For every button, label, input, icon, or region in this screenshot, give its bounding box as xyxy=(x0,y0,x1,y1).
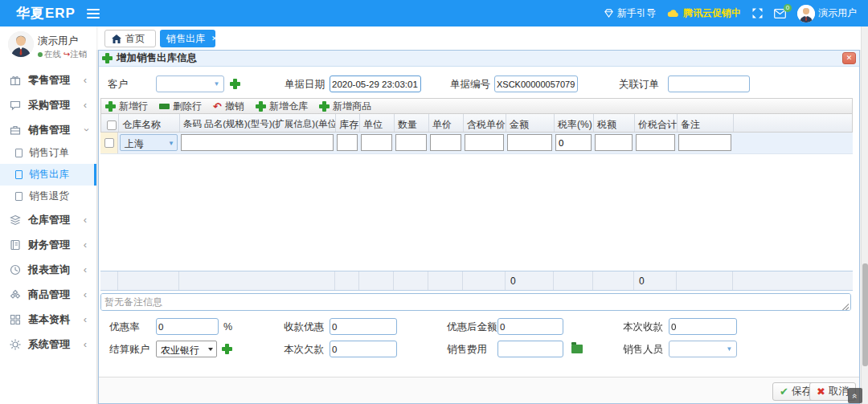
add-icon xyxy=(102,53,113,63)
col-tax-price[interactable]: 含税单价 xyxy=(464,114,506,132)
gear-icon xyxy=(10,339,21,350)
scrollbar[interactable] xyxy=(861,27,868,404)
grid-totals-row: 0 0 xyxy=(100,271,853,291)
select-all-checkbox[interactable] xyxy=(107,120,117,130)
total-input[interactable] xyxy=(636,134,675,151)
mail-button[interactable]: 0 xyxy=(774,9,786,18)
add-row-button[interactable]: 新增行 xyxy=(105,100,148,113)
sidebar-item-basic-data[interactable]: 基本资料‹ xyxy=(0,307,96,332)
chevron-down-icon: ▼ xyxy=(168,140,174,147)
sidebar-item-sales-outbound[interactable]: 销售出库 xyxy=(0,164,96,186)
bill-date-label: 单据日期 xyxy=(285,76,325,92)
fullscreen-icon[interactable] xyxy=(752,8,763,18)
tax-price-input[interactable] xyxy=(465,134,504,151)
undo-button[interactable]: ↶撤销 xyxy=(213,100,244,113)
user-menu[interactable]: 演示用户 xyxy=(797,5,857,22)
sidebar-item-retail[interactable]: 零售管理‹ xyxy=(0,67,96,92)
col-warehouse[interactable]: 仓库名称 xyxy=(119,114,180,132)
grid-empty-area xyxy=(100,154,853,271)
sidebar-item-sales-order[interactable]: 销售订单 xyxy=(0,142,96,164)
col-price[interactable]: 单价 xyxy=(429,114,464,132)
tab-home[interactable]: 首页 xyxy=(104,30,156,47)
sidebar-item-warehouse[interactable]: 仓库管理‹ xyxy=(0,207,96,232)
document-icon xyxy=(15,170,23,179)
tab-sales-outbound[interactable]: 销售出库 ✕ xyxy=(160,30,215,47)
stock-input[interactable] xyxy=(337,134,358,151)
col-total[interactable]: 价税合计 xyxy=(635,114,678,132)
delete-row-button[interactable]: 删除行 xyxy=(159,100,202,113)
sidebar: 演示用户 在线 ↪注销 零售管理‹ 采购管理‹ 销售管理‹ 销售订单 销售出库 xyxy=(0,27,96,404)
sidebar-item-products[interactable]: 商品管理‹ xyxy=(0,282,96,307)
tax-rate-input[interactable] xyxy=(555,134,592,151)
add-product-button[interactable]: 新增商品 xyxy=(319,100,371,113)
dialog-close-button[interactable]: ✕ xyxy=(842,52,856,64)
customer-select[interactable]: ▼ xyxy=(156,75,224,92)
add-account-button[interactable] xyxy=(222,344,232,354)
goods-icon xyxy=(10,289,21,300)
product-input[interactable] xyxy=(181,134,334,151)
choose-fee-account-icon[interactable] xyxy=(571,345,583,353)
fee-label: 销售费用 xyxy=(447,341,487,357)
received-label: 本次收款 xyxy=(623,319,663,335)
grid-toolbar: 新增行 删除行 ↶撤销 新增仓库 新增商品 xyxy=(100,98,853,114)
after-discount-input[interactable] xyxy=(497,318,563,335)
col-amount[interactable]: 金额 xyxy=(506,114,555,132)
bill-date-input[interactable] xyxy=(330,75,421,92)
tab-close-icon[interactable]: ✕ xyxy=(211,35,218,43)
col-tax[interactable]: 税额 xyxy=(594,114,635,132)
grid-row: 上海▼ xyxy=(100,133,853,154)
tax-input[interactable] xyxy=(595,134,633,151)
linked-order-input[interactable] xyxy=(668,75,750,92)
collect-discount-input[interactable] xyxy=(330,318,397,335)
price-input[interactable] xyxy=(430,134,461,151)
fee-input[interactable] xyxy=(497,341,563,357)
menu-toggle-icon[interactable] xyxy=(87,9,100,18)
chevron-down-icon: ▼ xyxy=(210,76,223,92)
add-warehouse-button[interactable]: 新增仓库 xyxy=(256,100,308,113)
account-select[interactable]: 农业银行 xyxy=(156,341,217,357)
select-arrow-icon xyxy=(208,348,213,351)
debt-input[interactable] xyxy=(330,341,397,357)
sidebar-item-purchase[interactable]: 采购管理‹ xyxy=(0,92,96,117)
col-stock[interactable]: 库存 xyxy=(336,114,360,132)
sidebar-item-system[interactable]: 系统管理‹ xyxy=(0,332,96,357)
discount-rate-input[interactable] xyxy=(156,318,219,335)
col-tax-rate[interactable]: 税率(%) xyxy=(555,114,594,132)
bill-number-input[interactable] xyxy=(494,75,578,92)
scroll-to-top-button[interactable]: « xyxy=(848,388,862,403)
scrollbar-thumb[interactable] xyxy=(862,263,868,366)
discount-rate-label: 优惠率 xyxy=(109,319,140,335)
sidebar-item-finance[interactable]: 财务管理‹ xyxy=(0,232,96,257)
col-remark[interactable]: 备注 xyxy=(678,114,734,132)
qty-input[interactable] xyxy=(395,134,427,151)
unit-input[interactable] xyxy=(361,134,392,151)
total-amount: 0 xyxy=(506,271,554,290)
dialog-header: 增加销售出库信息 ✕ xyxy=(99,51,859,67)
col-qty[interactable]: 数量 xyxy=(395,114,429,132)
bill-number-label: 单据编号 xyxy=(450,76,490,92)
salesman-select[interactable]: ▼ xyxy=(669,341,737,357)
col-product[interactable]: 条码 品名(规格)(型号)(扩展信息)(单位) xyxy=(180,114,336,132)
row-checkbox[interactable] xyxy=(104,138,114,148)
plus-icon xyxy=(256,101,266,112)
avatar xyxy=(797,5,815,22)
sidebar-item-sales-return[interactable]: 销售退货 xyxy=(0,186,96,207)
col-unit[interactable]: 单位 xyxy=(360,114,395,132)
guide-link[interactable]: 新手引导 xyxy=(604,6,656,20)
resize-handle[interactable] xyxy=(842,304,849,310)
sidebar-item-reports[interactable]: 报表查询‹ xyxy=(0,257,96,282)
sidebar-user-name: 演示用户 xyxy=(38,35,78,48)
dialog-footer: ✔保存 ✖取消 xyxy=(99,377,859,403)
logout-link[interactable]: 注销 xyxy=(70,49,87,59)
dialog-title: 增加销售出库信息 xyxy=(117,51,197,65)
promo-link[interactable]: 腾讯云促销中 xyxy=(667,6,741,20)
received-input[interactable] xyxy=(669,318,737,335)
remark-textarea[interactable] xyxy=(100,293,851,311)
warehouse-select[interactable]: 上海▼ xyxy=(120,134,178,151)
remark-input[interactable] xyxy=(678,134,731,151)
grid-icon xyxy=(10,314,21,325)
amount-input[interactable] xyxy=(507,134,552,151)
add-customer-button[interactable] xyxy=(230,79,240,89)
sidebar-item-sales[interactable]: 销售管理‹ xyxy=(0,117,96,142)
avatar xyxy=(8,31,34,57)
